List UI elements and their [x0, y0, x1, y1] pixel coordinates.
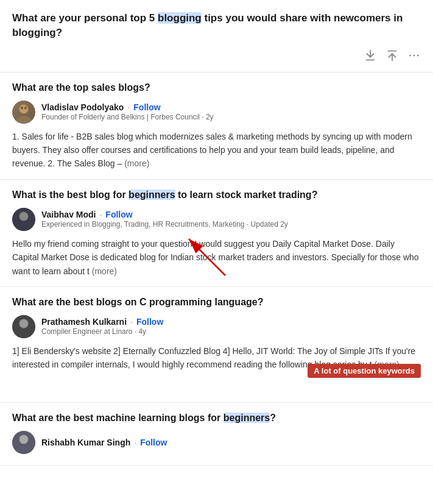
- title-highlight: blogging: [158, 12, 202, 24]
- author-name-4: Rishabh Kumar Singh: [41, 438, 130, 447]
- follow-button-4[interactable]: Follow: [140, 438, 167, 447]
- answer-block-4: What are the best machine learning blogs…: [0, 403, 433, 466]
- svg-point-6: [21, 106, 23, 109]
- question-text-after-2: to learn stock market trading?: [175, 190, 318, 200]
- svg-point-21: [19, 435, 28, 444]
- author-row-3: Prathamesh Kulkarni · Follow Compiler En…: [12, 315, 421, 338]
- more-link-2[interactable]: (more): [92, 266, 117, 276]
- avatar-2: [12, 208, 35, 231]
- svg-point-2: [417, 54, 419, 56]
- avatar-1: [12, 101, 35, 124]
- author-row-4: Rishabh Kumar Singh · Follow: [12, 431, 421, 454]
- question-text-before-4: What are the best machine learning blogs…: [12, 413, 224, 423]
- top-question-section: What are your personal top 5 blogging ti…: [0, 0, 433, 73]
- dot-sep-2: ·: [99, 210, 102, 219]
- question-title-4: What are the best machine learning blogs…: [12, 413, 421, 424]
- more-options-icon[interactable]: [407, 49, 421, 62]
- author-row-2: Vaibhav Modi · Follow Experienced in Blo…: [12, 208, 421, 231]
- answer-block-3: What are the best blogs on C programming…: [0, 287, 433, 403]
- author-info-2: Vaibhav Modi · Follow Experienced in Blo…: [41, 210, 288, 229]
- avatar-3: [12, 315, 35, 338]
- question-highlight-2: beginners: [128, 190, 175, 200]
- follow-button-3[interactable]: Follow: [136, 317, 163, 327]
- question-text-before-2: What is the best blog for: [12, 190, 128, 200]
- author-info-4: Rishabh Kumar Singh · Follow: [41, 438, 167, 447]
- dot-sep-3: ·: [130, 317, 133, 327]
- answer-text-2: Hello my friend coming straight to your …: [12, 237, 421, 278]
- dot-sep-1: ·: [127, 102, 130, 112]
- author-name-2: Vaibhav Modi: [41, 210, 96, 219]
- question-title-3: What are the best blogs on C programming…: [12, 297, 421, 308]
- answer-text-1: 1. Sales for life - B2B sales blog which…: [12, 130, 421, 171]
- svg-point-0: [409, 54, 411, 56]
- downvote-icon[interactable]: [364, 49, 377, 62]
- question-highlight-4: beginners: [224, 413, 270, 423]
- author-meta-1: Founder of Folderly and Belkins | Forbes…: [41, 113, 214, 121]
- answer-block-2: What is the best blog for beginners to l…: [0, 180, 433, 287]
- author-info-3: Prathamesh Kulkarni · Follow Compiler En…: [41, 317, 163, 336]
- question-title-1: What are the top sales blogs?: [12, 82, 421, 93]
- keyword-badge: A lot of question keywords: [308, 364, 421, 378]
- question-text-after-4: ?: [270, 413, 276, 423]
- follow-button-2[interactable]: Follow: [105, 210, 132, 219]
- more-link-1[interactable]: (more): [124, 158, 149, 168]
- author-name-1: Vladislav Podolyako: [41, 102, 124, 112]
- author-name-3: Prathamesh Kulkarni: [41, 317, 127, 327]
- title-text-before: What are your personal top 5: [12, 12, 158, 24]
- author-meta-3: Compiler Engineer at Linaro · 4y: [41, 327, 163, 336]
- author-name-row-3: Prathamesh Kulkarni · Follow: [41, 317, 163, 327]
- follow-button-1[interactable]: Follow: [133, 102, 160, 112]
- svg-point-17: [19, 319, 28, 328]
- svg-point-4: [16, 116, 32, 124]
- author-name-row-1: Vladislav Podolyako · Follow: [41, 102, 214, 112]
- avatar-4: [12, 431, 35, 454]
- svg-point-11: [19, 212, 28, 221]
- answer-block-1: What are the top sales blogs? Vladislav …: [0, 73, 433, 180]
- author-info-1: Vladislav Podolyako · Follow Founder of …: [41, 102, 214, 121]
- upvote-icon[interactable]: [385, 49, 399, 62]
- author-meta-2: Experienced in Blogging, Trading, HR Rec…: [41, 220, 288, 229]
- svg-point-7: [24, 106, 27, 109]
- dot-sep-4: ·: [134, 438, 136, 447]
- top-question-title: What are your personal top 5 blogging ti…: [12, 11, 421, 40]
- question-title-2: What is the best blog for beginners to l…: [12, 190, 421, 201]
- author-name-row-4: Rishabh Kumar Singh · Follow: [41, 438, 167, 447]
- svg-point-5: [19, 105, 28, 113]
- author-row-1: Vladislav Podolyako · Follow Founder of …: [12, 101, 421, 124]
- question-actions: [12, 49, 421, 66]
- author-name-row-2: Vaibhav Modi · Follow: [41, 210, 288, 219]
- svg-point-1: [414, 54, 415, 56]
